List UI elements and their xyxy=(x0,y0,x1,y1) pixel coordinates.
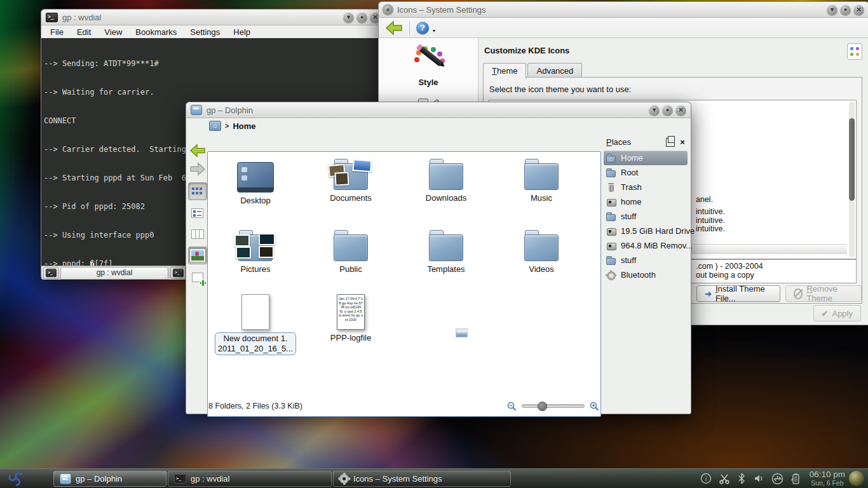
task-dolphin[interactable]: gp – Dolphin xyxy=(53,471,166,487)
dolphin-titlebar[interactable]: gp – Dolphin xyxy=(186,102,691,118)
klipper-scissors-icon[interactable] xyxy=(719,473,730,484)
close-panel-icon[interactable]: × xyxy=(679,139,686,146)
sidebar-item-style[interactable]: Style xyxy=(379,78,478,87)
menu-view[interactable]: View xyxy=(104,27,122,37)
tab-theme[interactable]: Theme xyxy=(483,63,526,79)
places-item-bluetooth[interactable]: Bluetooth xyxy=(604,268,688,282)
file-item[interactable]: Jan 17 09:4 7:18 gp-Asp ire-5738 pp pd[1… xyxy=(306,290,395,342)
home-folder-icon[interactable]: ⌂ xyxy=(209,121,221,131)
folder-item[interactable]: Music xyxy=(497,157,586,203)
split-view-button[interactable] xyxy=(189,269,207,285)
templates-folder-icon xyxy=(429,234,463,261)
close-button[interactable] xyxy=(853,4,864,15)
menu-settings[interactable]: Settings xyxy=(190,27,220,37)
terminal-app-icon: >_ xyxy=(46,13,58,22)
clock-date: Sun, 6 Feb xyxy=(810,480,845,487)
image-artifact-icon xyxy=(456,329,468,337)
chevron-down-icon[interactable]: ▾ xyxy=(433,28,435,34)
gear-icon xyxy=(383,5,393,15)
settings-title: Icons – System Settings xyxy=(397,5,822,15)
icons-view-button[interactable] xyxy=(188,182,207,200)
places-item-home[interactable]: Home xyxy=(604,151,688,165)
usb-device-icon[interactable] xyxy=(771,473,783,485)
zoom-slider-handle[interactable] xyxy=(538,402,547,411)
hard-drive-icon xyxy=(606,198,616,207)
menu-help[interactable]: Help xyxy=(233,27,250,37)
scrollbar[interactable] xyxy=(849,102,855,257)
folder-item[interactable]: Desktop xyxy=(211,157,300,205)
minimize-button[interactable] xyxy=(649,105,660,116)
terminal-titlebar[interactable]: >_ gp : wvdial xyxy=(41,10,385,25)
close-button[interactable] xyxy=(675,105,686,116)
folder-icon xyxy=(606,256,616,265)
file-item-selected[interactable]: New document 1. 2011_01_20_16_5... xyxy=(211,290,300,355)
places-item-hard-drive[interactable]: 19.5 GiB Hard Drive xyxy=(604,224,688,238)
install-theme-button[interactable]: ➜ Install Theme File... xyxy=(696,285,780,302)
maximize-button[interactable] xyxy=(840,4,851,15)
gear-icon xyxy=(339,474,349,484)
desktop: >_ gp : wvdial File Edit View Bookmarks … xyxy=(0,0,868,488)
zoom-in-icon[interactable] xyxy=(590,402,599,411)
close-tab-button[interactable]: >_ xyxy=(170,267,186,279)
details-view-button[interactable] xyxy=(189,205,207,221)
file-view[interactable]: Desktop Documents Downloads xyxy=(207,151,601,417)
forward-button[interactable] xyxy=(189,162,206,176)
terminal-menubar: File Edit View Bookmarks Settings Help xyxy=(41,25,385,38)
theme-prompt: Select the icon theme you want to use: xyxy=(484,78,862,94)
task-wvdial[interactable]: >_ gp : wvdial xyxy=(168,471,332,487)
places-item-stuff[interactable]: stuff xyxy=(604,209,688,224)
folder-item[interactable]: Public xyxy=(306,228,395,274)
help-icon[interactable]: ? xyxy=(416,22,429,34)
zoom-out-icon[interactable] xyxy=(507,402,517,411)
apply-button[interactable]: ✔ Apply xyxy=(813,305,861,322)
columns-view-button[interactable] xyxy=(189,226,207,242)
task-system-settings[interactable]: Icons – System Settings xyxy=(333,471,511,487)
dolphin-window: gp – Dolphin ⌂ > Home xyxy=(186,102,691,414)
places-item-home-drive[interactable]: home xyxy=(604,194,688,209)
terminal-line: --> Waiting for carrier. xyxy=(44,88,385,97)
style-icon[interactable] xyxy=(410,44,446,76)
menu-file[interactable]: File xyxy=(50,27,64,37)
bluetooth-icon[interactable] xyxy=(737,473,746,484)
start-menu-button[interactable] xyxy=(6,470,25,487)
maximize-button[interactable] xyxy=(662,105,673,116)
minimize-button[interactable] xyxy=(827,4,837,15)
places-item-root[interactable]: Root xyxy=(604,165,688,180)
clock[interactable]: 06:10 pm Sun, 6 Feb xyxy=(810,470,845,487)
folder-item[interactable]: Downloads xyxy=(402,157,491,203)
breadcrumb-home[interactable]: Home xyxy=(233,121,255,131)
folder-item[interactable]: Videos xyxy=(497,228,586,274)
folder-item[interactable]: Pictures xyxy=(211,228,300,274)
panel-cashew-icon[interactable] xyxy=(849,471,864,486)
maximize-button[interactable] xyxy=(356,12,367,23)
places-item-removable[interactable]: 964.8 MiB Remov... xyxy=(604,238,688,253)
folder-item[interactable]: Templates xyxy=(402,228,491,274)
theme-list-text: anel. xyxy=(696,195,713,204)
new-tab-button[interactable]: >_ xyxy=(43,267,58,279)
details-view-icon xyxy=(191,208,203,218)
menu-edit[interactable]: Edit xyxy=(77,27,91,37)
zoom-slider[interactable] xyxy=(522,404,585,408)
terminal-icon: >_ xyxy=(45,269,56,278)
folder-item[interactable]: Documents xyxy=(306,157,395,203)
scrollbar-thumb[interactable] xyxy=(849,118,855,201)
volume-icon[interactable] xyxy=(753,473,764,484)
minimize-button[interactable] xyxy=(343,12,354,23)
settings-titlebar[interactable]: Icons – System Settings xyxy=(379,2,868,18)
terminal-tab[interactable]: gp : wvdial xyxy=(60,267,168,280)
back-button[interactable] xyxy=(189,144,206,158)
terminal-line: --> Sending: ATDT*99***1# xyxy=(44,59,385,69)
battery-icon[interactable] xyxy=(790,473,801,485)
places-item-trash[interactable]: Trash xyxy=(604,180,688,194)
dolphin-title: gp – Dolphin xyxy=(207,105,644,115)
places-item-stuff2[interactable]: stuff xyxy=(604,253,688,268)
preview-button[interactable] xyxy=(188,247,207,264)
theme-list-text: intuitive. xyxy=(696,224,725,233)
float-panel-icon[interactable] xyxy=(666,138,675,147)
menu-bookmarks[interactable]: Bookmarks xyxy=(135,27,177,37)
svg-text:i: i xyxy=(705,475,707,482)
back-button[interactable] xyxy=(385,20,403,36)
remove-theme-button[interactable]: Remove Theme xyxy=(785,285,862,302)
tab-advanced[interactable]: Advanced xyxy=(527,63,582,78)
info-icon[interactable]: i xyxy=(700,473,712,484)
